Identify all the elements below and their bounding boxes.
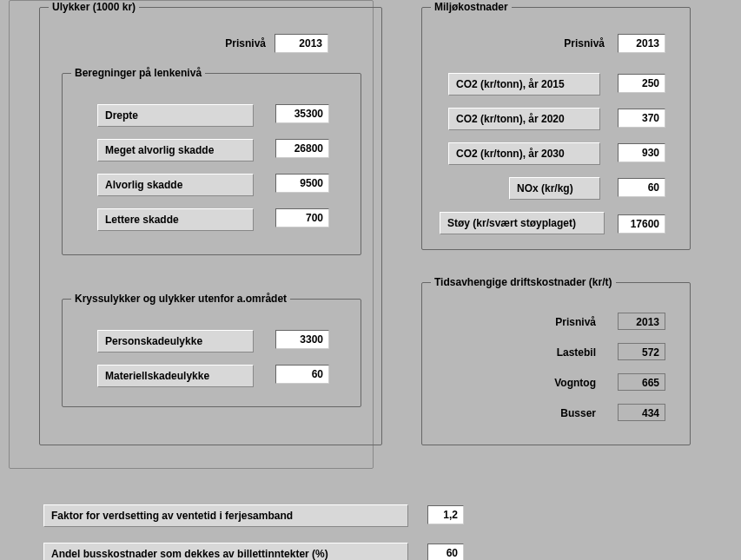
tids-fieldset: Tidsavhengige driftskostnader (kr/t) Pri… <box>421 282 691 445</box>
andel-label: Andel busskostnader som dekkes av billet… <box>43 543 408 560</box>
alvorlig-input[interactable]: 9500 <box>275 174 329 193</box>
materiell-label: Materiellskadeulykke <box>97 365 254 387</box>
materiell-input[interactable]: 60 <box>275 365 329 384</box>
lettere-input[interactable]: 700 <box>275 208 329 227</box>
drepte-label: Drepte <box>97 104 254 127</box>
vogntog-label: Vogntog <box>526 377 596 389</box>
tids-prisniva-value: 2013 <box>618 313 665 330</box>
beregninger-legend: Beregninger på lenkenivå <box>71 67 205 79</box>
co2-2020-label: CO2 (kr/tonn), år 2020 <box>448 108 600 130</box>
kryss-fieldset: Kryssulykker og ulykker utenfor a.område… <box>62 299 361 407</box>
andel-input[interactable]: 60 <box>427 544 464 560</box>
ulykker-prisniva-input[interactable]: 2013 <box>275 34 328 53</box>
ulykker-fieldset: Ulykker (1000 kr) Prisnivå 2013 Beregnin… <box>39 7 382 445</box>
miljo-fieldset: Miljøkostnader Prisnivå 2013 CO2 (kr/ton… <box>421 7 691 250</box>
faktor-label: Faktor for verdsetting av ventetid i fer… <box>43 504 408 527</box>
ulykker-prisniva-label: Prisnivå <box>196 37 266 49</box>
co2-2020-input[interactable]: 370 <box>618 109 665 128</box>
miljo-legend: Miljøkostnader <box>431 1 512 13</box>
faktor-input[interactable]: 1,2 <box>427 505 464 524</box>
drepte-input[interactable]: 35300 <box>275 104 329 123</box>
miljo-prisniva-label: Prisnivå <box>526 37 605 49</box>
lettere-label: Lettere skadde <box>97 208 254 231</box>
tids-legend: Tidsavhengige driftskostnader (kr/t) <box>431 276 616 288</box>
stoy-label: Støy (kr/svært støyplaget) <box>440 212 605 234</box>
meget-input[interactable]: 26800 <box>275 139 329 158</box>
nox-label: NOx (kr/kg) <box>509 177 600 200</box>
stoy-input[interactable]: 17600 <box>618 214 665 234</box>
beregninger-fieldset: Beregninger på lenkenivå Drepte 35300 Me… <box>62 73 361 255</box>
person-label: Personskadeulykke <box>97 330 254 352</box>
tids-prisniva-label: Prisnivå <box>526 316 596 328</box>
co2-2030-label: CO2 (kr/tonn), år 2030 <box>448 142 600 165</box>
co2-2015-label: CO2 (kr/tonn), år 2015 <box>448 73 600 96</box>
lastebil-value: 572 <box>618 343 665 360</box>
meget-label: Meget alvorlig skadde <box>97 139 254 161</box>
nox-input[interactable]: 60 <box>618 178 665 197</box>
miljo-prisniva-input[interactable]: 2013 <box>618 34 665 53</box>
lastebil-label: Lastebil <box>526 346 596 359</box>
co2-2015-input[interactable]: 250 <box>618 74 665 93</box>
person-input[interactable]: 3300 <box>275 330 329 349</box>
co2-2030-input[interactable]: 930 <box>618 143 665 162</box>
kryss-legend: Kryssulykker og ulykker utenfor a.område… <box>71 293 290 305</box>
alvorlig-label: Alvorlig skadde <box>97 174 254 196</box>
vogntog-value: 665 <box>618 373 665 391</box>
ulykker-legend: Ulykker (1000 kr) <box>49 1 139 13</box>
busser-label: Busser <box>526 407 596 419</box>
busser-value: 434 <box>618 404 665 421</box>
